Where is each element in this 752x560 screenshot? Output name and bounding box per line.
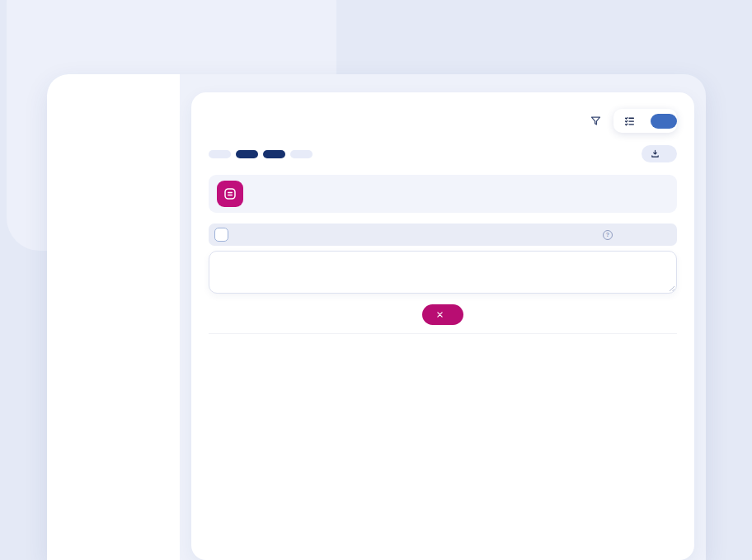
checklist-icon [624, 115, 635, 126]
masseneintrag-button[interactable] [651, 114, 677, 129]
app-window: ? [47, 74, 706, 560]
select-all-checkbox[interactable] [214, 228, 228, 242]
sidebar [47, 74, 180, 560]
next-month-button[interactable] [290, 150, 313, 158]
summary-bar [209, 175, 677, 213]
vacation-card-icon [217, 181, 243, 207]
download-button[interactable] [642, 145, 677, 162]
help-icon[interactable]: ? [603, 230, 613, 240]
ablehnen-button[interactable] [422, 304, 463, 325]
tab-listenansicht[interactable] [613, 109, 651, 133]
close-icon [436, 311, 444, 318]
year-select[interactable] [263, 150, 285, 158]
reject-reason-input[interactable] [209, 251, 677, 294]
resize-grip-icon[interactable] [669, 280, 675, 295]
page-header [209, 109, 677, 133]
date-navigation [209, 145, 677, 162]
funnel-icon[interactable] [590, 115, 602, 127]
download-icon [651, 149, 660, 158]
reject-form [209, 246, 677, 334]
table-header: ? [209, 224, 677, 246]
main-panel: ? [191, 92, 694, 560]
view-toggle [613, 109, 677, 133]
prev-month-button[interactable] [209, 150, 231, 158]
month-select[interactable] [236, 150, 258, 158]
